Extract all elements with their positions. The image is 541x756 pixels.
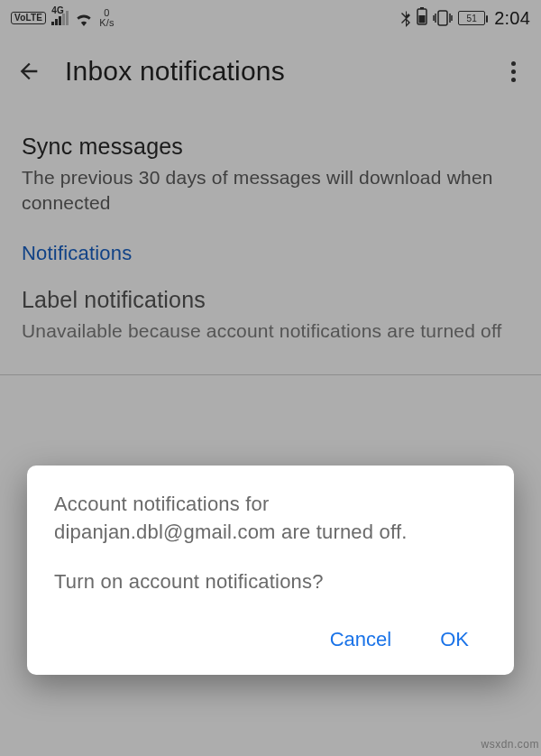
bluetooth-icon [400,9,411,27]
back-icon[interactable] [16,59,41,84]
label-notifications-title: Label notifications [22,287,519,313]
svg-rect-1 [420,7,424,9]
svg-rect-3 [438,11,447,25]
dialog-actions: Cancel OK [54,617,487,662]
sync-messages-desc: The previous 30 days of messages will do… [22,165,519,217]
label-notifications-item: Label notifications Unavailable because … [22,287,519,344]
dialog-message-1: Account notifications for dipanjan.dbl@g… [54,491,487,547]
confirmation-dialog: Account notifications for dipanjan.dbl@g… [27,466,514,675]
app-bar: Inbox notifications [0,36,541,106]
wifi-icon [74,10,94,26]
watermark: wsxdn.com [481,738,539,751]
sync-messages-title: Sync messages [22,134,519,160]
overflow-menu-icon[interactable] [502,52,525,91]
status-right: 51 2:04 [400,7,530,29]
battery-percent-icon: 51 [458,11,485,25]
status-left: VoLTE 4G 0 K/s [11,8,115,28]
page-title: Inbox notifications [65,56,285,87]
battery-plain-icon [417,7,427,29]
svg-rect-2 [419,15,426,23]
signal-4g-icon: 4G [51,11,69,25]
clock: 2:04 [494,8,530,29]
cancel-button[interactable]: Cancel [312,617,409,662]
status-bar: VoLTE 4G 0 K/s 51 2:04 [0,0,541,36]
ok-button[interactable]: OK [422,617,487,662]
network-speed: 0 K/s [99,8,115,28]
label-notifications-desc: Unavailable because account notification… [22,318,519,344]
notifications-section-label: Notifications [22,242,519,265]
dialog-message-2: Turn on account notifications? [54,568,487,596]
sync-messages-item[interactable]: Sync messages The previous 30 days of me… [22,134,519,217]
divider [0,374,541,375]
volte-badge: VoLTE [11,12,46,24]
vibrate-icon [433,10,453,26]
settings-content: Sync messages The previous 30 days of me… [0,106,541,344]
